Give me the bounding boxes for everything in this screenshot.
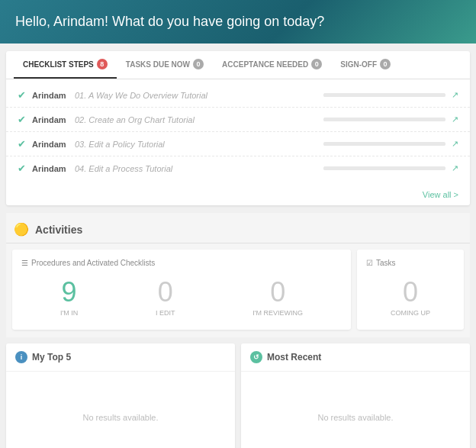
procedures-subtitle: ☰ Procedures and Activated Checklists [21, 259, 342, 267]
progress-bar [323, 118, 445, 121]
view-all-link[interactable]: View all > [6, 184, 470, 205]
external-link-icon[interactable]: ↗ [452, 139, 458, 149]
tabs-bar: CHECKLIST STEPS 8 TASKS DUE NOW 0 ACCEPT… [6, 51, 470, 79]
top5-no-results: No results available. [6, 372, 235, 448]
tab-checklist-steps-badge: 8 [97, 59, 108, 69]
check-icon: ✔ [18, 114, 26, 125]
header: Hello, Arindam! What do you have going o… [0, 0, 476, 44]
stat-i-edit: 0 I EDIT [156, 279, 175, 317]
stat-number-i-edit: 0 [156, 279, 175, 306]
stat-im-in: 9 I'M IN [60, 279, 78, 317]
greeting: Hello, Arindam! What do you have going o… [15, 14, 461, 30]
activities-title: Activities [35, 224, 82, 236]
table-row: ✔ Arindam 03. Edit a Policy Tutorial ↗ [6, 132, 470, 156]
row-title: 02. Create an Org Chart Tutorial [75, 115, 323, 124]
tab-checklist-steps-label: CHECKLIST STEPS [23, 60, 94, 69]
tab-sign-off-label: SIGN-OFF [340, 60, 377, 69]
row-user: Arindam [32, 91, 70, 100]
tab-tasks-due-now-label: TASKS DUE NOW [126, 60, 190, 69]
top5-header: i My Top 5 [6, 343, 235, 372]
stat-number-im-reviewing: 0 [252, 279, 303, 306]
tasks-stats: 0 COMING UP [366, 275, 455, 321]
tasks-icon: ☑ [366, 259, 373, 267]
stat-coming-up: 0 COMING UP [391, 279, 430, 317]
external-link-icon[interactable]: ↗ [452, 90, 458, 100]
table-row: ✔ Arindam 01. A Way We Do Overview Tutor… [6, 83, 470, 108]
tab-acceptance-needed-label: ACCEPTANCE NEEDED [222, 60, 308, 69]
procedures-stats: 9 I'M IN 0 I EDIT 0 I'M REVIEWING [21, 275, 342, 321]
row-user: Arindam [32, 115, 70, 124]
procedures-card: ☰ Procedures and Activated Checklists 9 … [12, 250, 351, 330]
stat-label-i-edit: I EDIT [156, 309, 175, 317]
tab-acceptance-needed-badge: 0 [311, 59, 322, 69]
procedures-icon: ☰ [21, 259, 28, 267]
most-recent-title: Most Recent [267, 352, 321, 363]
progress-bar [323, 142, 445, 146]
stat-label-im-in: I'M IN [60, 309, 78, 317]
tasks-card: ☑ Tasks 0 COMING UP [357, 250, 464, 330]
most-recent-header: ↺ Most Recent [241, 343, 470, 372]
most-recent-card: ↺ Most Recent No results available. [241, 343, 470, 448]
activities-icon: 🟡 [14, 222, 29, 237]
top5-card: i My Top 5 No results available. [6, 343, 235, 448]
main-card: CHECKLIST STEPS 8 TASKS DUE NOW 0 ACCEPT… [6, 51, 470, 205]
stat-im-reviewing: 0 I'M REVIEWING [252, 279, 303, 317]
check-icon: ✔ [18, 163, 26, 174]
check-icon: ✔ [18, 89, 26, 101]
stat-label-im-reviewing: I'M REVIEWING [252, 309, 303, 317]
activities-header: 🟡 Activities [6, 213, 470, 243]
stat-number-coming-up: 0 [391, 279, 430, 306]
tab-tasks-due-now[interactable]: TASKS DUE NOW 0 [117, 51, 213, 79]
tab-tasks-due-now-badge: 0 [193, 59, 204, 69]
top5-icon: i [15, 351, 27, 363]
row-title: 03. Edit a Policy Tutorial [75, 140, 323, 149]
table-row: ✔ Arindam 02. Create an Org Chart Tutori… [6, 108, 470, 132]
bottom-section: i My Top 5 No results available. ↺ Most … [6, 343, 470, 448]
external-link-icon[interactable]: ↗ [452, 163, 458, 173]
table-row: ✔ Arindam 04. Edit a Process Tutorial ↗ [6, 156, 470, 180]
tab-sign-off-badge: 0 [380, 59, 391, 69]
tab-sign-off[interactable]: SIGN-OFF 0 [331, 51, 400, 79]
row-user: Arindam [32, 140, 70, 149]
progress-bar [323, 166, 445, 170]
top5-title: My Top 5 [32, 352, 71, 363]
progress-bar [323, 93, 445, 97]
stat-label-coming-up: COMING UP [391, 309, 430, 317]
stat-number-im-in: 9 [60, 279, 78, 306]
tasks-subtitle: ☑ Tasks [366, 259, 455, 267]
most-recent-no-results: No results available. [241, 372, 470, 448]
activities-cards: ☰ Procedures and Activated Checklists 9 … [6, 243, 470, 330]
external-link-icon[interactable]: ↗ [452, 114, 458, 124]
row-title: 01. A Way We Do Overview Tutorial [75, 91, 323, 100]
most-recent-icon: ↺ [250, 351, 262, 363]
tab-acceptance-needed[interactable]: ACCEPTANCE NEEDED 0 [213, 51, 331, 79]
check-icon: ✔ [18, 138, 26, 150]
checklist-table: ✔ Arindam 01. A Way We Do Overview Tutor… [6, 79, 470, 184]
activities-section: 🟡 Activities ☰ Procedures and Activated … [6, 213, 470, 337]
tab-checklist-steps[interactable]: CHECKLIST STEPS 8 [14, 51, 117, 79]
row-user: Arindam [32, 164, 70, 173]
row-title: 04. Edit a Process Tutorial [75, 164, 323, 173]
